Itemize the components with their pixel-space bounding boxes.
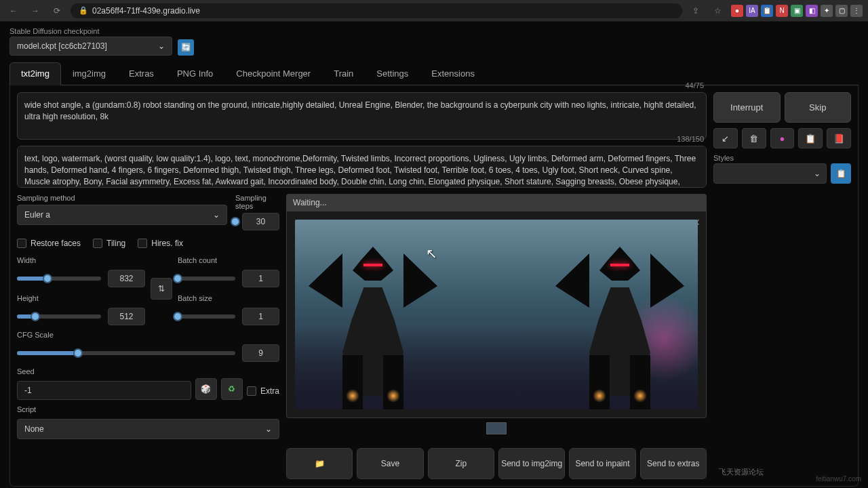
chevron-down-icon: ⌄	[265, 424, 272, 434]
sampling-steps-label: Sampling steps	[235, 194, 279, 210]
script-label: Script	[17, 405, 279, 413]
batch-size-label: Batch size	[178, 294, 279, 302]
extension-icon[interactable]: ⋮	[850, 5, 863, 17]
skip-button[interactable]: Skip	[785, 92, 852, 123]
thumbnail-image[interactable]	[486, 422, 507, 434]
tab-img2img[interactable]: img2img	[61, 62, 117, 85]
open-folder-button[interactable]: 📁	[286, 448, 353, 479]
cfg-scale-label: CFG Scale	[17, 331, 279, 339]
chevron-down-icon: ⌄	[814, 169, 821, 178]
height-slider[interactable]	[17, 314, 101, 319]
tab-png-info[interactable]: PNG Info	[165, 62, 224, 85]
main-tabs: txt2imgimg2imgExtrasPNG InfoCheckpoint M…	[9, 62, 859, 85]
url-text: 02a56ff4-71ff-439e.gradio.live	[92, 6, 200, 16]
seed-input[interactable]	[17, 381, 191, 400]
negative-prompt-input[interactable]	[17, 146, 707, 188]
share-icon[interactable]: ⇪	[688, 3, 704, 19]
quick-action-button[interactable]: ●	[770, 128, 795, 148]
extension-icon[interactable]: ◧	[806, 5, 818, 17]
reuse-seed-button[interactable]: ♻	[221, 378, 243, 400]
send-to-img2img-button[interactable]: Send to img2img	[498, 448, 565, 479]
prompt-token-count: 44/75	[685, 81, 704, 89]
sampling-method-value: Euler a	[24, 210, 50, 220]
checkpoint-label: Stable Diffusion checkpoint	[9, 27, 172, 35]
send-to-inpaint-button[interactable]: Send to inpaint	[569, 448, 635, 479]
preview-status: Waiting...	[286, 194, 707, 211]
preview-area: ✕	[286, 211, 707, 418]
chevron-down-icon: ⌄	[158, 41, 165, 51]
zip-button[interactable]: Zip	[428, 448, 494, 479]
apply-style-button[interactable]: 📋	[831, 163, 851, 184]
quick-action-button[interactable]: 📕	[827, 128, 851, 148]
send-to-extras-button[interactable]: Send to extras	[640, 448, 707, 479]
chevron-down-icon: ⌄	[213, 210, 220, 220]
tab-extras[interactable]: Extras	[117, 62, 165, 85]
browser-toolbar: ← → ⟳ 🔒 02a56ff4-71ff-439e.gradio.live ⇪…	[0, 0, 868, 22]
extension-icon[interactable]: ✦	[821, 5, 833, 17]
tab-checkpoint-merger[interactable]: Checkpoint Merger	[224, 62, 322, 85]
sampling-steps-input[interactable]	[242, 213, 279, 230]
height-label: Height	[17, 294, 145, 302]
checkpoint-row: Stable Diffusion checkpoint model.ckpt […	[9, 27, 859, 56]
star-icon[interactable]: ☆	[709, 3, 726, 19]
width-label: Width	[17, 256, 145, 264]
tab-extensions[interactable]: Extensions	[420, 62, 486, 85]
cfg-scale-slider[interactable]	[17, 351, 235, 355]
extra-seed-checkbox[interactable]: Extra	[247, 386, 279, 396]
batch-count-label: Batch count	[178, 256, 279, 264]
tab-train[interactable]: Train	[322, 62, 365, 85]
save-button[interactable]: Save	[357, 448, 423, 479]
quick-action-button[interactable]: 📋	[798, 128, 823, 148]
styles-select[interactable]: ⌄	[713, 163, 827, 184]
address-bar[interactable]: 🔒 02a56ff4-71ff-439e.gradio.live	[71, 3, 682, 18]
batch-size-input[interactable]	[242, 308, 279, 325]
checkpoint-select[interactable]: model.ckpt [cc6cb27103] ⌄	[9, 37, 172, 56]
neg-prompt-token-count: 138/150	[677, 135, 704, 143]
thumbnail-strip	[286, 418, 707, 439]
extension-icon[interactable]: ▢	[835, 5, 848, 17]
main-panel: 44/75 138/150 Sampling method Euler a	[9, 85, 859, 487]
batch-count-input[interactable]	[242, 270, 279, 287]
extension-icon[interactable]: N	[776, 5, 788, 17]
extension-icon[interactable]: 📋	[761, 5, 773, 17]
watermark-text: 飞天资源论坛	[719, 467, 764, 477]
width-slider[interactable]	[17, 277, 101, 281]
cfg-scale-input[interactable]	[242, 344, 279, 362]
tab-settings[interactable]: Settings	[365, 62, 420, 85]
extension-icon[interactable]: ●	[731, 5, 743, 17]
sampling-method-label: Sampling method	[17, 194, 227, 202]
forward-button[interactable]: →	[27, 3, 43, 19]
styles-label: Styles	[713, 154, 851, 162]
interrupt-button[interactable]: Interrupt	[713, 92, 781, 123]
checkpoint-value: model.ckpt [cc6cb27103]	[17, 41, 107, 51]
sampling-method-select[interactable]: Euler a ⌄	[17, 205, 227, 225]
quick-action-button[interactable]: ↙	[713, 128, 738, 148]
preview-image[interactable]	[295, 220, 698, 409]
seed-label: Seed	[17, 367, 191, 375]
tab-txt2img[interactable]: txt2img	[9, 62, 61, 85]
height-input[interactable]	[108, 308, 145, 325]
tiling-checkbox[interactable]: Tiling	[93, 239, 125, 248]
reload-button[interactable]: ⟳	[49, 3, 65, 19]
prompt-input[interactable]	[17, 92, 707, 140]
script-select[interactable]: None ⌄	[17, 419, 279, 439]
back-button[interactable]: ←	[5, 3, 22, 19]
extension-icon[interactable]: IA	[746, 5, 758, 17]
extension-icons: ●IA📋N▣◧✦▢⋮	[731, 5, 863, 17]
width-input[interactable]	[108, 270, 145, 287]
restore-faces-checkbox[interactable]: Restore faces	[17, 239, 81, 248]
hires-fix-checkbox[interactable]: Hires. fix	[138, 239, 183, 248]
refresh-checkpoint-button[interactable]: 🔄	[178, 39, 194, 56]
batch-count-slider[interactable]	[178, 277, 235, 281]
batch-size-slider[interactable]	[178, 314, 235, 319]
lock-icon: 🔒	[79, 6, 88, 15]
random-seed-button[interactable]: 🎲	[195, 378, 217, 400]
script-value: None	[24, 424, 44, 434]
extension-icon[interactable]: ▣	[791, 5, 803, 17]
quick-action-button[interactable]: 🗑	[742, 128, 766, 148]
swap-dimensions-button[interactable]: ⇅	[151, 278, 172, 300]
watermark-url: feitianwu7.com	[816, 475, 861, 483]
